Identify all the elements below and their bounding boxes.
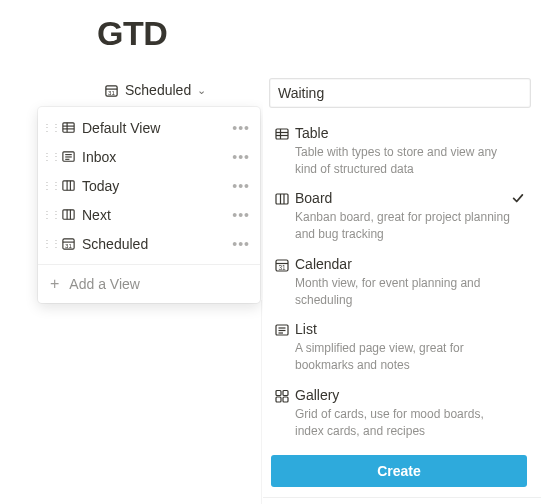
more-icon[interactable]: ••• [232, 120, 250, 136]
view-item-next[interactable]: ⋮⋮ Next ••• [38, 200, 260, 229]
help-link[interactable]: ? Learn how to use database views [263, 497, 541, 504]
view-item-scheduled[interactable]: ⋮⋮ 31 Scheduled ••• [38, 229, 260, 258]
option-desc: A simplified page view, great for bookma… [295, 340, 511, 374]
svg-text:31: 31 [108, 88, 115, 95]
calendar-icon: 31 [58, 236, 78, 251]
option-desc: Month view, for event planning and sched… [295, 275, 511, 309]
more-icon[interactable]: ••• [232, 178, 250, 194]
board-icon [271, 189, 293, 207]
plus-icon: + [50, 276, 59, 292]
drag-handle-icon[interactable]: ⋮⋮ [46, 180, 56, 191]
list-icon [271, 320, 293, 338]
option-desc: Grid of cards, use for mood boards, inde… [295, 406, 511, 440]
calendar-icon: 31 [104, 83, 119, 98]
drag-handle-icon[interactable]: ⋮⋮ [46, 151, 56, 162]
more-icon[interactable]: ••• [232, 207, 250, 223]
table-icon [271, 124, 293, 142]
drag-handle-icon[interactable]: ⋮⋮ [46, 238, 56, 249]
add-view-label: Add a View [69, 276, 140, 292]
create-button[interactable]: Create [271, 455, 527, 487]
svg-rect-11 [62, 181, 73, 190]
gallery-icon [271, 386, 293, 404]
view-type-calendar[interactable]: 31 Calendar Month view, for event planni… [263, 249, 541, 314]
board-icon [58, 207, 78, 222]
page-title: GTD [97, 14, 167, 53]
view-item-today[interactable]: ⋮⋮ Today ••• [38, 171, 260, 200]
check-icon [511, 189, 529, 205]
current-view-label: Scheduled [125, 82, 191, 98]
view-type-gallery[interactable]: Gallery Grid of cards, use for mood boar… [263, 380, 541, 445]
add-view-button[interactable]: + Add a View [38, 265, 260, 303]
check-icon [511, 255, 529, 257]
svg-text:31: 31 [278, 263, 286, 270]
chevron-down-icon: ⌄ [197, 84, 206, 97]
drag-handle-icon[interactable]: ⋮⋮ [46, 209, 56, 220]
check-icon [511, 320, 529, 322]
view-type-board[interactable]: Board Kanban board, great for project pl… [263, 183, 541, 248]
option-name: List [295, 320, 511, 339]
view-item-label: Today [82, 178, 232, 194]
check-icon [511, 124, 529, 126]
view-name-input[interactable] [269, 78, 531, 108]
create-view-panel: Table Table with types to store and view… [263, 72, 541, 504]
check-icon [511, 386, 529, 388]
svg-rect-14 [62, 210, 73, 219]
svg-rect-36 [276, 397, 281, 402]
list-icon [58, 149, 78, 164]
option-name: Calendar [295, 255, 511, 274]
drag-handle-icon[interactable]: ⋮⋮ [46, 122, 56, 133]
table-icon [58, 120, 78, 135]
svg-rect-24 [276, 194, 288, 204]
more-icon[interactable]: ••• [232, 236, 250, 252]
svg-rect-20 [276, 129, 288, 139]
svg-rect-37 [283, 397, 288, 402]
view-item-inbox[interactable]: ⋮⋮ Inbox ••• [38, 142, 260, 171]
view-type-table[interactable]: Table Table with types to store and view… [263, 118, 541, 183]
view-type-list[interactable]: List A simplified page view, great for b… [263, 314, 541, 379]
view-item-label: Inbox [82, 149, 232, 165]
more-icon[interactable]: ••• [232, 149, 250, 165]
view-item-label: Scheduled [82, 236, 232, 252]
board-icon [58, 178, 78, 193]
option-name: Table [295, 124, 511, 143]
views-popover: ⋮⋮ Default View ••• ⋮⋮ Inbox ••• ⋮⋮ Toda… [38, 107, 260, 303]
option-desc: Table with types to store and view any k… [295, 144, 511, 178]
svg-rect-3 [62, 123, 73, 132]
svg-rect-34 [276, 390, 281, 395]
option-desc: Kanban board, great for project planning… [295, 209, 511, 243]
current-view-chip[interactable]: 31 Scheduled ⌄ [104, 82, 206, 98]
svg-text:31: 31 [65, 242, 72, 249]
option-name: Gallery [295, 386, 511, 405]
view-item-default[interactable]: ⋮⋮ Default View ••• [38, 113, 260, 142]
view-item-label: Next [82, 207, 232, 223]
svg-rect-35 [283, 390, 288, 395]
calendar-icon: 31 [271, 255, 293, 273]
option-name: Board [295, 189, 511, 208]
column-divider [261, 300, 262, 504]
view-item-label: Default View [82, 120, 232, 136]
